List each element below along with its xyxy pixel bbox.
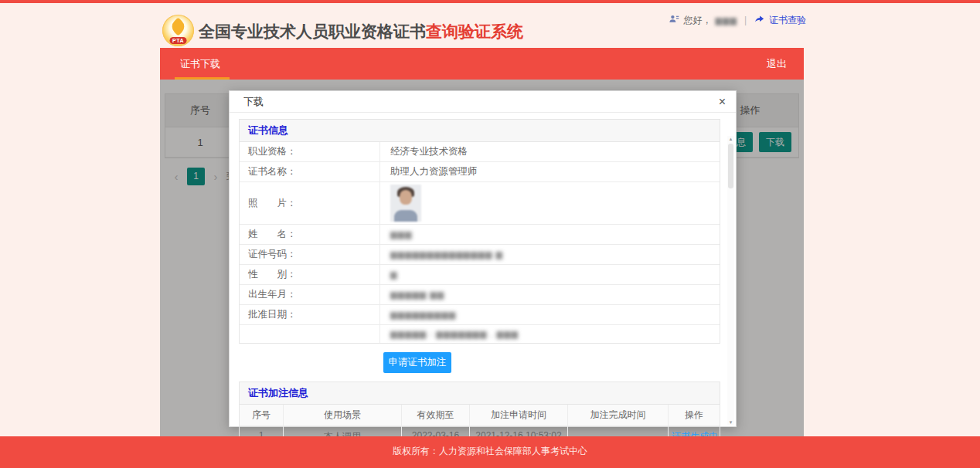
user-bar: 您好， ▆▆▆ | 证书查验 — [669, 13, 806, 27]
annotation-col-header: 序号 — [240, 405, 284, 426]
pta-logo-text: PTA — [169, 37, 187, 44]
main-navbar: 证书下载 退出 — [160, 48, 804, 80]
field-value: ▆▆▆▆▆▆▆▆▆▆▆▆▆▆ ▆ — [380, 245, 720, 264]
field-label: 职业资格： — [240, 142, 380, 161]
field-value: ▆ — [380, 265, 720, 284]
field-value: ▆▆▆▆▆ ▆▆ — [380, 285, 720, 304]
site-title-accent: 查询验证系统 — [426, 22, 523, 40]
greeting-text: 您好， — [683, 14, 711, 27]
cert-info-section-title: 证书信息 — [240, 120, 720, 142]
field-value: ▆▆▆▆▆▆▆▆▆ — [380, 305, 720, 324]
masked-value: ▆▆▆ — [390, 229, 412, 239]
masked-value: ▆ — [390, 270, 397, 280]
annotation-table-header: 序号使用场景有效期至加注申请时间加注完成时间操作 — [240, 405, 720, 426]
annotation-col-header: 操作 — [669, 405, 720, 426]
site-title: 全国专业技术人员职业资格证书查询验证系统 — [199, 21, 523, 42]
field-label: 性 别： — [240, 265, 380, 284]
certificate-photo — [390, 185, 421, 222]
annotation-col-header: 加注申请时间 — [470, 405, 568, 426]
userbar-divider: | — [744, 15, 747, 25]
annotation-col-header: 有效期至 — [402, 405, 470, 426]
copyright-text: 版权所有：人力资源和社会保障部人事考试中心 — [393, 446, 587, 456]
field-label: 照 片： — [240, 182, 380, 224]
annotation-section-title: 证书加注信息 — [240, 382, 720, 405]
photo-body — [394, 210, 417, 222]
username-masked: ▆▆▆ — [715, 15, 737, 25]
field-label: 证件号码： — [240, 245, 380, 264]
field-value: ▆▆▆▆▆：▆▆▆▆▆▆▆，▆▆▆ — [380, 325, 720, 343]
cert-verify-link[interactable]: 证书查验 — [769, 14, 806, 27]
pta-logo: PTA — [162, 15, 194, 46]
field-label: 证书名称： — [240, 162, 380, 181]
download-modal: 下载 × 证书信息 职业资格：经济专业技术资格证书名称：助理人力资源管理师照 片… — [229, 90, 737, 427]
cert-info-row: 证件号码：▆▆▆▆▆▆▆▆▆▆▆▆▆▆ ▆ — [240, 245, 720, 265]
masked-value: ▆▆▆▆▆▆▆▆▆▆▆▆▆▆ ▆ — [390, 249, 503, 259]
field-label — [240, 325, 380, 343]
close-icon[interactable]: × — [719, 96, 726, 108]
cert-info-row: 证书名称：助理人力资源管理师 — [240, 162, 720, 182]
cert-info-row: 批准日期：▆▆▆▆▆▆▆▆▆ — [240, 305, 720, 325]
modal-scrollbar[interactable]: ▴ ▾ — [727, 136, 734, 426]
photo-head — [400, 190, 412, 205]
field-label: 姓 名： — [240, 225, 380, 244]
logout-button[interactable]: 退出 — [750, 48, 804, 80]
user-icon — [669, 14, 679, 26]
field-value: 助理人力资源管理师 — [380, 162, 720, 181]
tab-cert-download[interactable]: 证书下载 — [160, 48, 240, 80]
site-header: PTA 全国专业技术人员职业资格证书查询验证系统 您好， ▆▆▆ | 证书查验 — [0, 3, 980, 48]
field-value — [380, 182, 720, 224]
masked-value: ▆▆▆▆▆ ▆▆ — [390, 290, 444, 300]
cert-info-rows: 职业资格：经济专业技术资格证书名称：助理人力资源管理师照 片：姓 名：▆▆▆证件… — [240, 142, 720, 343]
cert-info-row: 职业资格：经济专业技术资格 — [240, 142, 720, 162]
field-value: 经济专业技术资格 — [380, 142, 720, 161]
cert-info-row: 姓 名：▆▆▆ — [240, 225, 720, 245]
field-label: 批准日期： — [240, 305, 380, 324]
cert-info-row: ▆▆▆▆▆：▆▆▆▆▆▆▆，▆▆▆ — [240, 325, 720, 343]
cert-info-table: 证书信息 职业资格：经济专业技术资格证书名称：助理人力资源管理师照 片：姓 名：… — [239, 119, 720, 344]
field-label: 出生年月： — [240, 285, 380, 304]
annotation-col-header: 使用场景 — [284, 405, 402, 426]
scrollbar-thumb[interactable] — [728, 144, 733, 188]
site-title-main: 全国专业技术人员职业资格证书 — [199, 22, 426, 40]
modal-body: 证书信息 职业资格：经济专业技术资格证书名称：助理人力资源管理师照 片：姓 名：… — [230, 113, 736, 427]
cert-info-row: 出生年月：▆▆▆▆▆ ▆▆ — [240, 285, 720, 305]
modal-titlebar: 下载 × — [230, 91, 736, 113]
annotation-col-header: 加注完成时间 — [568, 405, 669, 426]
modal-title: 下载 — [243, 91, 264, 112]
field-value: ▆▆▆ — [380, 225, 720, 244]
cert-info-row: 照 片： — [240, 182, 720, 225]
masked-value: ▆▆▆▆▆▆▆▆▆ — [390, 310, 456, 320]
scroll-up-icon[interactable]: ▴ — [730, 136, 733, 142]
scroll-down-icon[interactable]: ▾ — [730, 419, 733, 426]
footer: 版权所有：人力资源和社会保障部人事考试中心 — [0, 436, 980, 468]
apply-annotation-button[interactable]: 申请证书加注 — [383, 352, 451, 373]
masked-value: ▆▆▆▆▆：▆▆▆▆▆▆▆，▆▆▆ — [390, 328, 519, 340]
share-arrow-icon — [754, 14, 765, 26]
cert-info-row: 性 别：▆ — [240, 265, 720, 285]
